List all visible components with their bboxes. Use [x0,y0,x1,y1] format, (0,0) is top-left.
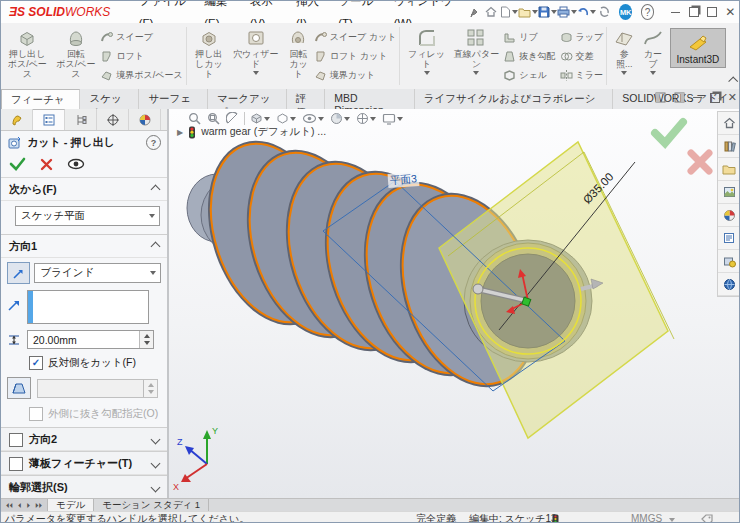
new-document-button[interactable] [500,3,518,21]
mirror-button[interactable]: ミラー [560,66,604,85]
cancel-x-icon[interactable] [40,158,53,171]
tab-lifecycle-collaboration[interactable]: ライフサイクルおよびコラボレーション [415,89,613,109]
home-button[interactable] [483,3,500,21]
restore-button[interactable] [684,3,702,21]
shell-button[interactable]: シェル [503,66,555,85]
minimize-button[interactable] [666,3,684,21]
direction2-section-header[interactable]: 方向2 [1,427,167,451]
rib-button[interactable]: リブ [503,28,555,47]
end-condition-combobox[interactable]: ブラインド [34,263,161,283]
doc-close-icon[interactable]: ✕ [728,91,737,104]
ok-check-icon[interactable] [9,157,26,171]
rebuild-button[interactable] [596,3,613,21]
confirm-ok-icon[interactable] [655,122,683,143]
thin-feature-section-header[interactable]: 薄板フィーチャー(T) [1,451,167,475]
confirm-cancel-icon[interactable] [691,153,709,171]
zoom-area-icon[interactable] [206,111,221,126]
appearances-scenes-icon[interactable] [718,204,740,227]
maximize-button[interactable] [703,3,721,21]
view-orientation-icon[interactable] [249,111,271,126]
depth-spinbox[interactable]: 20.00mm [27,330,154,349]
linear-pattern-button[interactable]: 直線パターン [450,26,504,76]
wrap-button[interactable]: ラップ [560,28,604,47]
selected-contours-section-header[interactable]: 輪郭選択(S) [1,475,167,499]
extruded-boss-button[interactable]: 押し出し ボス/ベース [3,26,52,80]
configuration-manager-tab[interactable] [65,109,97,130]
boundary-boss-button[interactable]: 境界ボス/ベース [100,66,182,85]
sweep-button[interactable]: スイープ [100,28,182,47]
hide-show-items-icon[interactable] [301,112,325,125]
hole-wizard-button[interactable]: 穴ウィザード [228,26,283,76]
plane3-label[interactable]: 平面3 [388,172,420,188]
reference-geometry-button[interactable]: 参照... [610,26,638,76]
graphics-area[interactable]: Ø35.00 Y Z X [169,109,740,498]
tab-sketch[interactable]: スケッチ [80,89,139,109]
file-explorer-icon[interactable] [718,158,740,181]
thin-feature-checkbox[interactable] [9,457,23,471]
tab-scroll-first-icon[interactable]: ⏴⏴ [4,502,15,510]
close-button[interactable]: ✕ [721,3,739,21]
pane-right-icon[interactable] [674,92,685,103]
pm-help-icon[interactable]: ? [146,135,161,150]
flyout-expand-icon[interactable]: ▶ [177,128,183,137]
tab-mbd-dimension[interactable]: MBD Dimension [325,89,414,109]
home-tab-icon[interactable] [718,112,740,135]
menu-pin-icon[interactable] [469,7,479,17]
from-section-header[interactable]: 次から(F) [1,178,167,201]
part-name[interactable]: warm gear (デフォルト) ... [201,125,326,139]
loft-button[interactable]: ロフト [100,47,182,66]
from-condition-combobox[interactable]: スケッチ平面 [15,206,160,226]
depth-spinner[interactable] [139,331,153,348]
lofted-cut-button[interactable]: ロフト カット [314,47,397,66]
save-button[interactable] [538,3,557,21]
direction-reference-selection-box[interactable] [27,290,149,324]
fillet-button[interactable]: フィレット [403,26,449,76]
revolved-cut-button[interactable]: 回転 カット [283,26,314,80]
solidworks-resources-icon[interactable] [718,250,740,273]
tab-scroll-last-icon[interactable]: ⏵⏵ [33,502,44,510]
revolved-boss-button[interactable]: 回転 ボス/ベース [52,26,101,80]
direction1-section-header[interactable]: 方向1 [1,235,167,258]
units-dropdown-icon[interactable] [669,518,675,522]
tag-icon[interactable] [701,514,713,523]
design-library-icon[interactable] [718,135,740,158]
extruded-cut-button[interactable]: 押し出 しカット [190,26,229,80]
user-avatar[interactable]: MK [619,4,632,20]
preview-eye-icon[interactable] [67,158,85,170]
curves-button[interactable]: カーブ [638,26,667,76]
tab-evaluate[interactable]: 評価 [287,89,326,109]
help-icon[interactable]: ? [641,4,655,20]
doc-minimize-icon[interactable] [693,97,702,98]
tab-features[interactable]: フィーチャー [1,89,80,110]
display-manager-tab[interactable] [129,109,161,130]
pane-left-icon[interactable] [655,92,666,103]
reverse-direction-button[interactable] [7,262,30,284]
view-settings-icon[interactable] [381,112,404,126]
feature-manager-tab[interactable] [1,109,33,130]
draft-toggle-button[interactable] [7,377,31,399]
swept-cut-button[interactable]: スイープ カット [314,28,397,47]
open-document-button[interactable] [518,3,538,21]
boundary-cut-button[interactable]: 境界カット [314,66,397,85]
doc-restore-icon[interactable] [710,93,720,103]
unit-system[interactable]: MMGS [631,513,662,523]
edit-appearance-icon[interactable] [329,111,351,126]
print-button[interactable] [557,3,577,21]
tab-markup[interactable]: マークアップ [208,89,287,109]
apply-scene-icon[interactable] [355,111,377,126]
undo-button[interactable] [577,3,596,21]
section-view-icon[interactable] [225,111,240,126]
draft-button[interactable]: 抜き勾配 [503,47,555,66]
flyout-feature-tree[interactable]: ▶ warm gear (デフォルト) ... [177,125,326,139]
marketplace-globe-icon[interactable] [718,273,740,296]
tab-scroll-next-icon[interactable]: ⏵ [25,502,33,510]
display-style-icon[interactable] [275,111,297,126]
zoom-fit-icon[interactable] [187,111,202,126]
custom-properties-icon[interactable] [718,227,740,250]
property-manager-tab[interactable] [33,109,65,130]
flip-side-checkbox[interactable]: ✓ [29,356,43,370]
direction2-checkbox[interactable] [9,433,23,447]
intersect-button[interactable]: 交差 [560,47,604,66]
view-palette-icon[interactable] [718,181,740,204]
dimxpert-manager-tab[interactable] [97,109,129,130]
